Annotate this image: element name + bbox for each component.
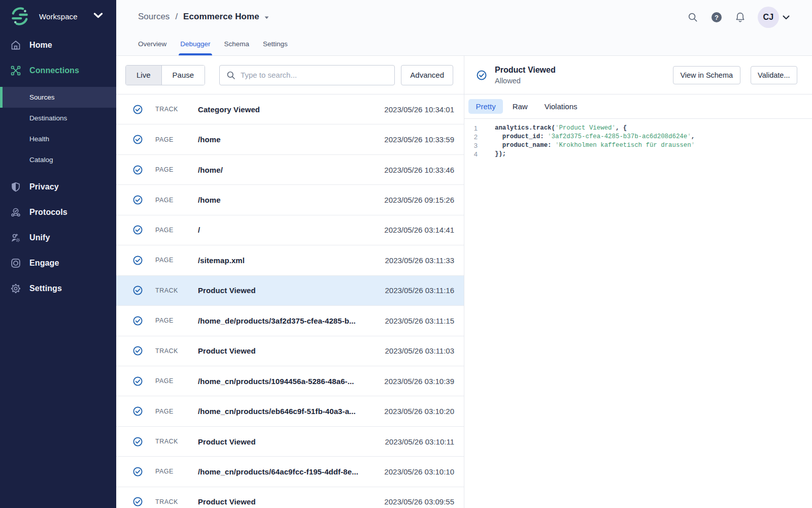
event-row[interactable]: TRACK Product Viewed 2023/05/26 03:10:11 xyxy=(116,427,464,457)
tab-pretty[interactable]: Pretty xyxy=(468,99,503,114)
sidebar-item-home[interactable]: Home xyxy=(0,33,116,58)
search-box[interactable] xyxy=(219,65,395,85)
event-row[interactable]: TRACK Product Viewed 2023/05/26 03:11:16 xyxy=(116,276,464,306)
check-circle-icon xyxy=(133,316,143,326)
user-menu-chevron-icon[interactable] xyxy=(783,15,790,20)
bell-icon[interactable] xyxy=(735,12,746,23)
code-line-number: 1 xyxy=(464,124,478,133)
event-type: PAGE xyxy=(155,136,198,143)
code-line-text: product_name: 'Krokholmen kaffeetisch fü… xyxy=(495,141,695,150)
event-row[interactable]: PAGE /home_cn/products/64ac9fcc-f195-4dd… xyxy=(116,457,464,487)
sidebar-item-label: Privacy xyxy=(29,182,59,192)
event-timestamp: 2023/05/26 10:33:46 xyxy=(384,166,454,174)
chevron-down-icon[interactable] xyxy=(93,12,103,19)
event-row[interactable]: TRACK Product Viewed 2023/05/26 03:09:55 xyxy=(116,487,464,508)
advanced-button[interactable]: Advanced xyxy=(401,65,453,85)
event-timestamp: 2023/05/26 03:10:11 xyxy=(385,437,454,446)
event-timestamp: 2023/05/26 03:11:33 xyxy=(385,256,454,265)
validate-button[interactable]: Validate... xyxy=(751,66,797,84)
check-circle-icon xyxy=(133,135,143,144)
check-circle-icon xyxy=(133,346,143,356)
event-type: PAGE xyxy=(155,377,198,385)
avatar[interactable]: CJ xyxy=(758,7,779,28)
search-input[interactable] xyxy=(241,71,388,79)
subnav-item-label: Sources xyxy=(29,93,55,101)
pause-button[interactable]: Pause xyxy=(162,66,205,85)
help-icon[interactable]: ? xyxy=(712,12,722,22)
sidebar-item-sources[interactable]: Sources xyxy=(0,87,116,108)
event-row[interactable]: PAGE /home/ 2023/05/26 10:33:46 xyxy=(116,155,464,185)
event-type: PAGE xyxy=(155,166,198,173)
event-type: TRACK xyxy=(155,106,198,113)
source-dropdown-caret-icon[interactable] xyxy=(264,16,269,19)
code-line: 1 analytics.track('Product Viewed', { xyxy=(464,124,812,133)
app: Workspace Home xyxy=(0,0,812,508)
event-row[interactable]: PAGE /home_cn/products/1094456a-5286-48a… xyxy=(116,366,464,396)
sidebar-item-health[interactable]: Health xyxy=(0,129,116,149)
event-timestamp: 2023/05/26 03:10:39 xyxy=(384,377,454,386)
code-line: 2 product_id: '3af2d375-cfea-4285-b37b-a… xyxy=(464,133,812,141)
check-circle-icon xyxy=(133,285,143,295)
tab-raw[interactable]: Raw xyxy=(505,99,535,114)
tab-violations[interactable]: Violations xyxy=(537,99,585,114)
event-detail-actions: View in Schema Validate... xyxy=(673,66,797,84)
tab-overview[interactable]: Overview xyxy=(138,33,166,55)
page-header: Sources / Ecommerce Home ? CJ xyxy=(116,0,812,56)
event-type: PAGE xyxy=(155,197,198,204)
breadcrumb-current: Ecommerce Home xyxy=(183,12,259,22)
event-detail-header: Product Viewed Allowed View in Schema Va… xyxy=(464,56,812,94)
tab-debugger[interactable]: Debugger xyxy=(180,33,210,55)
code-line-text: product_id: '3af2d375-cfea-4285-b37b-ac6… xyxy=(495,133,695,141)
event-row[interactable]: PAGE /home_de/products/3af2d375-cfea-428… xyxy=(116,306,464,336)
shield-icon xyxy=(10,181,21,193)
code-line-text: analytics.track('Product Viewed', { xyxy=(495,124,627,133)
check-circle-icon xyxy=(133,225,143,235)
tab-settings[interactable]: Settings xyxy=(263,33,288,55)
sidebar-item-label: Connections xyxy=(29,66,79,75)
sidebar-item-privacy[interactable]: Privacy xyxy=(0,174,116,200)
sidebar-item-label: Unify xyxy=(29,233,50,242)
event-row[interactable]: PAGE /home 2023/05/26 10:33:59 xyxy=(116,124,464,154)
code-line-number: 3 xyxy=(464,141,478,150)
check-circle-icon xyxy=(133,497,143,506)
check-circle-icon xyxy=(133,256,143,265)
sidebar-item-catalog[interactable]: Catalog xyxy=(0,149,116,170)
event-status: Allowed xyxy=(495,77,556,85)
search-input-icon xyxy=(226,71,235,80)
workspace-label: Workspace xyxy=(39,12,78,21)
subnav-item-label: Catalog xyxy=(29,156,53,164)
event-stream-pane: Live Pause Advanced TRACK Category Viewe… xyxy=(116,56,464,508)
check-circle-icon xyxy=(133,195,143,205)
sidebar-item-connections[interactable]: Connections xyxy=(0,58,116,83)
view-in-schema-button[interactable]: View in Schema xyxy=(673,66,740,84)
event-row[interactable]: PAGE /sitemap.xml 2023/05/26 03:11:33 xyxy=(116,245,464,275)
check-circle-icon xyxy=(133,467,143,477)
search-icon[interactable] xyxy=(688,12,698,22)
sidebar-item-unify[interactable]: Unify xyxy=(0,225,116,250)
debugger-content: Live Pause Advanced TRACK Category Viewe… xyxy=(116,56,812,508)
event-row[interactable]: TRACK Product Viewed 2023/05/26 03:11:03 xyxy=(116,336,464,366)
code-line: 4 }); xyxy=(464,150,812,158)
home-icon xyxy=(10,40,21,51)
event-row[interactable]: PAGE / 2023/05/26 03:14:41 xyxy=(116,215,464,245)
subnav-item-label: Health xyxy=(29,135,49,143)
workspace-switcher[interactable]: Workspace xyxy=(0,0,116,33)
live-button[interactable]: Live xyxy=(126,66,162,85)
sidebar-item-engage[interactable]: Engage xyxy=(0,250,116,276)
engage-icon xyxy=(10,258,21,269)
tab-schema[interactable]: Schema xyxy=(224,33,250,55)
sidebar-item-label: Settings xyxy=(29,284,62,293)
event-timestamp: 2023/05/26 10:34:01 xyxy=(384,105,454,114)
main: Sources / Ecommerce Home ? CJ xyxy=(116,0,812,508)
breadcrumb-sources[interactable]: Sources xyxy=(138,12,170,22)
event-row[interactable]: TRACK Category Viewed 2023/05/26 10:34:0… xyxy=(116,94,464,124)
sidebar-item-protocols[interactable]: Protocols xyxy=(0,200,116,225)
header-actions: ? CJ xyxy=(688,5,790,29)
event-row[interactable]: PAGE /home_cn/products/eb646c9f-51fb-40a… xyxy=(116,396,464,426)
event-row[interactable]: PAGE /home 2023/05/26 09:15:26 xyxy=(116,185,464,215)
sidebar-item-destinations[interactable]: Destinations xyxy=(0,108,116,129)
event-timestamp: 2023/05/26 03:10:10 xyxy=(384,467,454,476)
sidebar-item-settings[interactable]: Settings xyxy=(0,276,116,301)
event-type: PAGE xyxy=(155,227,198,234)
event-name: Product Viewed xyxy=(198,286,385,295)
